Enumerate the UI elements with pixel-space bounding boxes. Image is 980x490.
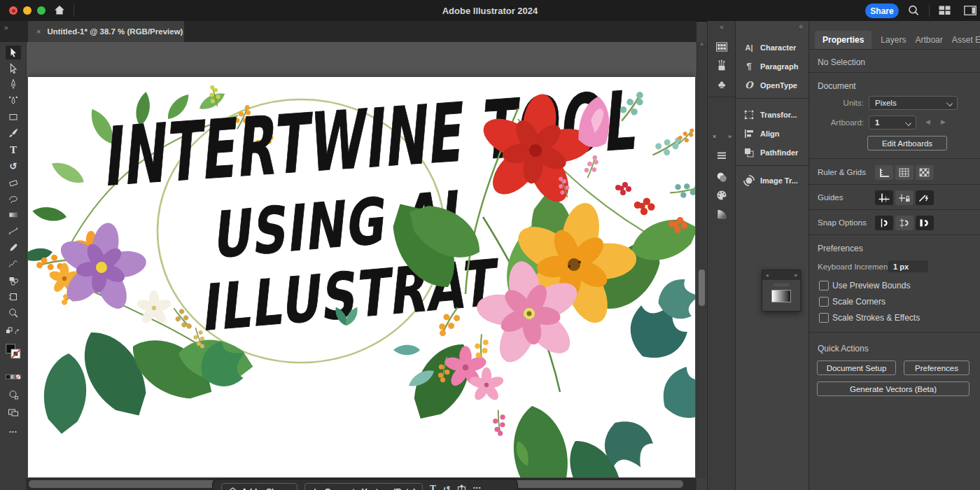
tool-curvature[interactable]: [6, 94, 21, 108]
lock-guides-button[interactable]: [895, 190, 913, 205]
tab-artboard[interactable]: Artboar: [915, 35, 942, 45]
vertical-scrollbar[interactable]: ^: [696, 42, 706, 478]
export-icon[interactable]: [457, 484, 466, 490]
units-dropdown[interactable]: Pixels: [869, 96, 958, 110]
snap-to-pixel-button[interactable]: [916, 216, 934, 230]
expand-panel-icon[interactable]: »: [728, 133, 731, 140]
panel-button-transform[interactable]: Transfor...: [736, 105, 809, 124]
workspace-switcher-icon[interactable]: [939, 6, 951, 18]
collapse-dock-icon[interactable]: «: [799, 23, 803, 30]
dock-divider: [736, 98, 809, 99]
section-divider: [809, 158, 980, 159]
use-preview-bounds-checkbox[interactable]: [819, 281, 829, 290]
tool-direct-selection[interactable]: [6, 62, 21, 76]
tab-close-icon[interactable]: ×: [36, 27, 41, 36]
tool-symbol-sprayer[interactable]: [6, 274, 21, 288]
pathfinder-icon: [743, 146, 755, 159]
tool-shaper[interactable]: [6, 257, 21, 271]
symbols-panel-icon[interactable]: ♣: [708, 77, 736, 92]
floating-panel-expand-icon[interactable]: »: [794, 272, 797, 279]
menu-panel-icon[interactable]: [708, 148, 736, 163]
vertical-scrollbar-thumb[interactable]: [699, 270, 705, 306]
panel-layout-icon[interactable]: [964, 6, 976, 18]
artboard[interactable]: INTERTWINE TOOL USING AI ILLUSTRAT: [28, 77, 695, 477]
tab-asset-export[interactable]: Asset E: [952, 35, 980, 45]
tool-rotate[interactable]: ↺: [6, 159, 21, 173]
show-transparency-grid-button[interactable]: [916, 165, 934, 180]
fill-stroke-indicator[interactable]: [6, 342, 21, 361]
document-tab[interactable]: × Untitled-1* @ 38.7 % (RGB/Preview): [28, 21, 184, 42]
collapse-panels-icon[interactable]: «: [708, 22, 736, 32]
document-setup-button[interactable]: Document Setup: [817, 360, 896, 375]
preferences-button[interactable]: Preferences: [904, 360, 969, 375]
section-divider: [809, 49, 980, 50]
drawing-modes-icon[interactable]: [6, 388, 21, 402]
next-artboard-icon[interactable]: ▶: [941, 119, 946, 125]
properties-panel: Properties Layers Artboar Asset E No Sel…: [808, 21, 980, 490]
tool-zoom[interactable]: [6, 306, 21, 320]
tool-eraser[interactable]: [6, 176, 21, 190]
color-guide-panel-icon[interactable]: [708, 188, 736, 203]
close-window-button[interactable]: [9, 6, 18, 15]
show-grid-button[interactable]: [895, 165, 913, 180]
type-options-icon[interactable]: T: [430, 484, 436, 490]
edit-artboards-button[interactable]: Edit Artboards: [867, 136, 947, 150]
color-panel-icon[interactable]: [708, 169, 736, 185]
smart-guides-button[interactable]: [916, 190, 934, 205]
share-button[interactable]: Share: [865, 4, 899, 18]
panel-button-character[interactable]: A| Character: [736, 38, 809, 57]
show-rulers-button[interactable]: [875, 165, 893, 180]
tool-rectangle[interactable]: [6, 110, 21, 124]
screen-mode-icon[interactable]: [6, 405, 21, 419]
keyboard-increment-input[interactable]: 1 px: [888, 260, 928, 272]
tool-type[interactable]: T: [6, 143, 21, 157]
titlebar: Adobe Illustrator 2024 Share: [0, 0, 980, 22]
tool-eyedropper[interactable]: [6, 241, 21, 255]
snap-to-point-button[interactable]: [875, 216, 893, 230]
toolbar-expand-icon[interactable]: »: [4, 24, 8, 31]
brushes-panel-icon[interactable]: [708, 57, 736, 73]
gradient-panel-icon[interactable]: [708, 206, 736, 222]
panel-button-opentype[interactable]: O OpenType: [736, 76, 809, 94]
tool-lasso[interactable]: [6, 192, 21, 206]
tool-pen[interactable]: [6, 77, 21, 91]
tool-paintbrush[interactable]: [6, 126, 21, 140]
tool-gradient[interactable]: [6, 208, 21, 222]
search-icon[interactable]: [907, 4, 920, 20]
panel-button-align[interactable]: Align: [736, 124, 809, 143]
minimize-window-button[interactable]: [23, 6, 31, 15]
scale-corners-checkbox[interactable]: [819, 297, 829, 307]
zoom-window-button[interactable]: [37, 6, 46, 15]
scale-strokes-effects-checkbox[interactable]: [819, 313, 829, 323]
floating-panel-close-icon[interactable]: ×: [766, 272, 769, 279]
section-divider: [809, 234, 980, 235]
add-shape-button[interactable]: Add a Shape: [221, 483, 298, 490]
canvas-pasteboard[interactable]: INTERTWINE TOOL USING AI ILLUSTRAT: [27, 42, 696, 478]
tab-layers[interactable]: Layers: [881, 35, 906, 45]
gradient-swatch[interactable]: [771, 290, 791, 302]
toolbar-more-icon[interactable]: •••: [6, 424, 21, 438]
color-gradient-none-icons[interactable]: [6, 373, 21, 380]
previous-artboard-icon[interactable]: ◀: [925, 119, 930, 125]
generate-vectors-button[interactable]: Generate Vectors (Beta): [304, 483, 423, 490]
close-panel-icon[interactable]: ×: [713, 133, 716, 140]
panel-button-image-trace[interactable]: Image Tr...: [736, 171, 809, 190]
artboard-dropdown[interactable]: 1: [869, 115, 916, 130]
taskbar-more-icon[interactable]: •••: [473, 484, 481, 490]
tool-artboard[interactable]: [6, 290, 21, 304]
properties-tab-bar: Properties Layers Artboar Asset E: [809, 31, 980, 49]
snap-to-grid-button[interactable]: [895, 216, 913, 230]
scroll-up-icon[interactable]: ^: [697, 43, 706, 49]
show-guides-button[interactable]: [875, 190, 893, 205]
panel-button-paragraph[interactable]: ¶ Paragraph: [736, 57, 809, 76]
generate-vectors-beta-button[interactable]: Generate Vectors (Beta): [817, 382, 969, 396]
panel-button-pathfinder[interactable]: Pathfinder: [736, 143, 809, 162]
swatches-panel-icon[interactable]: [708, 39, 736, 55]
tool-width[interactable]: [6, 224, 21, 238]
tool-selection[interactable]: [6, 46, 21, 59]
home-icon[interactable]: [53, 4, 66, 19]
tab-title: Untitled-1* @ 38.7 % (RGB/Preview): [47, 27, 183, 36]
tab-properties[interactable]: Properties: [815, 31, 872, 49]
rotate-options-icon[interactable]: ↺: [443, 484, 450, 490]
default-fill-stroke-and-swap-icons[interactable]: [6, 326, 21, 336]
